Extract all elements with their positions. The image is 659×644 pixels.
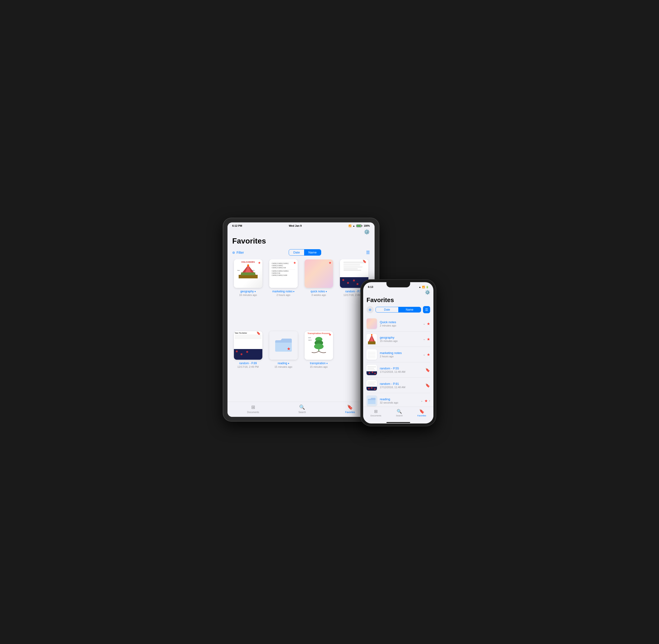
list-actions-marketing: ⌄ ★	[423, 352, 430, 357]
item-name-random89: random - P.89	[239, 362, 257, 365]
ipad-time: 6:12 PM	[232, 224, 242, 227]
star-icon[interactable]: ★	[424, 398, 428, 403]
ipad-frame: 6:12 PM Wed Jan 9 📶 ▲ 100% ⚙️	[223, 218, 379, 421]
list-thumb-quicknotes	[367, 318, 377, 329]
gear-icon[interactable]: ⚙️	[364, 229, 370, 235]
svg-rect-2	[239, 275, 258, 278]
iphone-nav-search-label: Search	[396, 414, 403, 417]
item-time-quicknotes: 3 weeks ago	[311, 294, 326, 296]
star-icon[interactable]: ★	[427, 337, 430, 341]
chevron-down-icon: ⌄	[423, 322, 425, 325]
thumbnail-geography: VOLCANOES lava rock	[234, 259, 262, 288]
svg-rect-21	[368, 341, 375, 344]
sort-toggle: Date Name	[289, 249, 321, 256]
svg-text:lava: lava	[238, 270, 240, 271]
svg-point-36	[374, 373, 376, 374]
documents-icon: ⊞	[251, 404, 255, 410]
svg-point-15	[314, 344, 324, 349]
star-icon[interactable]: ★	[427, 322, 430, 326]
item-name-transpiration: transpiration ▾	[310, 362, 327, 365]
iphone-nav-favorites[interactable]: 🔖 Favorites	[417, 409, 426, 417]
sort-date-button[interactable]: Date	[289, 249, 304, 255]
svg-point-43	[371, 387, 372, 389]
iphone-list-icon: ☰	[425, 308, 428, 312]
iphone-top-bar: ⚙️	[367, 289, 430, 296]
iphone-list-view-button[interactable]: ☰	[423, 306, 430, 313]
item-time-marketing: 2 hours ago	[277, 294, 290, 296]
iphone-filter-button[interactable]: ⊜	[367, 306, 374, 313]
iphone-sort-name[interactable]: Name	[398, 307, 421, 312]
list-item-quicknotes[interactable]: Quick notes 2 minutes ago ⌄ ★	[367, 316, 430, 331]
list-item-geography[interactable]: geography 15 minutes ago ⌄ ★	[367, 331, 430, 347]
ipad-toolbar: ⊜ Filter Date Name ☰	[232, 249, 370, 256]
ipad-status-bar: 6:12 PM Wed Jan 9 📶 ▲ 100%	[227, 223, 375, 228]
ipad-top-bar: ⚙️	[232, 228, 370, 237]
list-item-random55[interactable]: random - P.55 17/12/2018, 11:48 AM 🔖	[367, 362, 430, 378]
list-item-random91[interactable]: random - P.91 17/12/2018, 11:48 AM 🔖	[367, 378, 430, 393]
iphone-nav-documents[interactable]: ⊞ Documents	[371, 409, 381, 417]
wifi-icon: 📶	[349, 225, 351, 227]
list-thumb-reading	[367, 395, 377, 406]
star-icon[interactable]: ★	[427, 352, 430, 357]
iphone-bottom-nav: ⊞ Documents 🔍 Search 🔖 Favorites	[363, 407, 433, 421]
chevron-down-icon: ⌄	[423, 353, 425, 356]
list-time-geography: 15 minutes ago	[380, 340, 420, 342]
svg-text:water: water	[308, 337, 311, 338]
list-time-marketing: 2 hours ago	[380, 355, 420, 358]
iphone-favorites-icon: 🔖	[419, 409, 424, 414]
grid-item-transpiration[interactable]: Transpiration Process water vapou	[303, 331, 334, 399]
thumbnail-transpiration: Transpiration Process water vapou	[305, 331, 333, 360]
list-name-geography: geography	[380, 336, 420, 339]
bookmark-icon[interactable]: 🔖	[425, 383, 430, 388]
list-view-icon[interactable]: ☰	[366, 250, 370, 255]
grid-item-geography[interactable]: VOLCANOES lava rock	[232, 259, 264, 327]
list-item-reading[interactable]: reading 32 seconds ago ⌄ ★ ›	[367, 393, 430, 407]
nav-documents[interactable]: ⊞ Documents	[247, 404, 259, 414]
filter-button[interactable]: ⊜ Filter	[232, 251, 244, 254]
sort-name-button[interactable]: Name	[304, 249, 321, 255]
list-info-quicknotes: Quick notes 2 minutes ago	[380, 320, 420, 327]
iphone-gear-icon[interactable]: ⚙️	[425, 290, 430, 295]
svg-point-22	[371, 334, 372, 336]
iphone-documents-icon: ⊞	[374, 409, 378, 414]
iphone-battery-icon: 🔋	[426, 286, 429, 288]
item-time-reading: 15 minutes ago	[274, 365, 292, 368]
list-thumb-marketing	[367, 349, 377, 360]
filter-label: Filter	[237, 251, 244, 254]
grid-item-random89[interactable]: Take The Better	[232, 331, 264, 399]
nav-search[interactable]: 🔍 Search	[299, 404, 306, 414]
thumbnail-marketing: 行銷筆記行銷筆記行銷筆記 行銷筆記行銷筆記 行銷筆記行銷筆記行銷 行銷筆記行銷筆…	[269, 259, 298, 288]
list-info-random55: random - P.55 17/12/2018, 11:48 AM	[380, 367, 422, 373]
ipad-bottom-nav: ⊞ Documents 🔍 Search 🔖 Favorites	[227, 402, 375, 417]
svg-rect-23	[367, 349, 377, 360]
iphone-nav-favorites-label: Favorites	[417, 414, 426, 417]
list-actions-geography: ⌄ ★	[423, 337, 430, 341]
svg-text:vapour: vapour	[308, 339, 312, 341]
list-name-reading: reading	[380, 397, 418, 401]
iphone-screen: 6:13 ▲ 📶 🔋 ⚙️ Favorites ⊜	[363, 282, 433, 423]
iphone-nav-search[interactable]: 🔍 Search	[396, 409, 403, 417]
item-time-transpiration: 15 minutes ago	[310, 365, 328, 368]
grid-item-quicknotes[interactable]: ★ quick notes ▾ 3 weeks ago	[303, 259, 334, 327]
battery	[356, 225, 362, 227]
list-actions-random91: 🔖	[425, 383, 430, 388]
thumbnail-random89: Take The Better	[234, 331, 262, 360]
iphone-sort-date[interactable]: Date	[376, 307, 398, 312]
grid-item-reading[interactable]: ★ reading ▾ 15 minutes ago	[268, 331, 299, 399]
bookmark-icon[interactable]: 🔖	[425, 368, 430, 372]
svg-point-4	[247, 264, 249, 266]
iphone-status-right: ▲ 📶 🔋	[419, 286, 429, 288]
chevron-down-icon: ⌄	[421, 399, 423, 402]
svg-rect-10	[344, 269, 358, 269]
svg-rect-7	[344, 261, 365, 263]
svg-rect-32	[368, 369, 375, 370]
list-time-random91: 17/12/2018, 11:48 AM	[380, 386, 422, 389]
ipad-date: Wed Jan 9	[289, 224, 302, 227]
iphone-sort-toggle: Date Name	[375, 307, 421, 313]
nav-favorites[interactable]: 🔖 Favorites	[345, 404, 355, 414]
svg-rect-9	[344, 266, 363, 268]
item-name-reading: reading ▾	[278, 362, 289, 365]
svg-rect-3	[241, 272, 255, 275]
grid-item-marketing[interactable]: 行銷筆記行銷筆記行銷筆記 行銷筆記行銷筆記 行銷筆記行銷筆記行銷 行銷筆記行銷筆…	[268, 259, 299, 327]
list-item-marketing[interactable]: marketing notes 2 hours ago ⌄ ★	[367, 347, 430, 362]
